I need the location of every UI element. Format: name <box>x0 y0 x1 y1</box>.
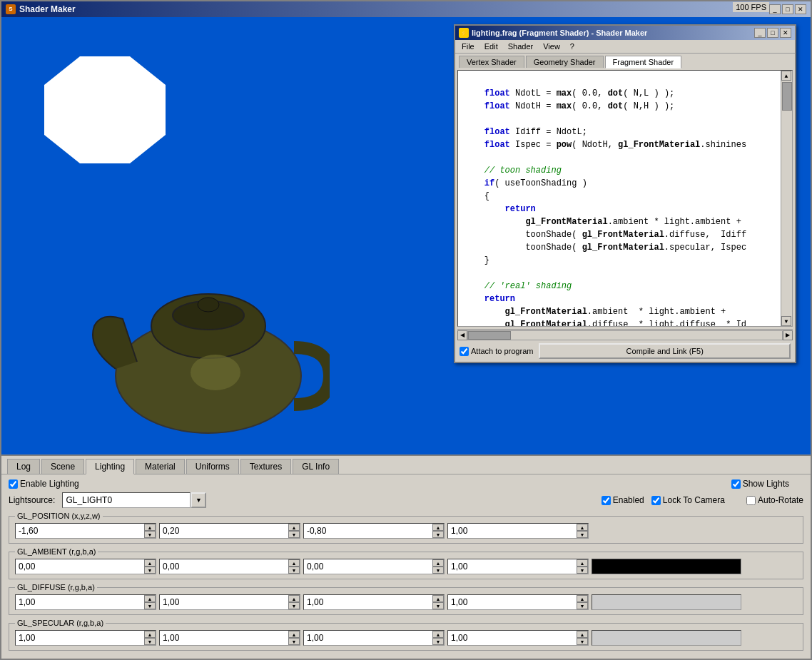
tab-scene[interactable]: Scene <box>41 459 84 474</box>
specular-g-up[interactable]: ▲ <box>288 631 300 638</box>
menu-help[interactable]: ? <box>568 41 577 51</box>
position-x-up[interactable]: ▲ <box>144 524 156 531</box>
enable-lighting-checkbox[interactable] <box>9 479 18 489</box>
ambient-r-up[interactable]: ▲ <box>144 559 156 567</box>
auto-rotate-checkbox[interactable] <box>746 496 756 505</box>
specular-r-input[interactable] <box>16 631 144 645</box>
ambient-b-input[interactable] <box>304 559 432 574</box>
ambient-a-input[interactable] <box>448 559 577 574</box>
diffuse-r-spinner[interactable]: ▲ ▼ <box>15 594 156 610</box>
diffuse-g-up[interactable]: ▲ <box>288 595 300 602</box>
position-w-spinner[interactable]: ▲ ▼ <box>447 523 589 539</box>
diffuse-b-down[interactable]: ▼ <box>432 602 444 609</box>
position-x-spinner[interactable]: ▲ ▼ <box>15 523 156 539</box>
specular-a-input[interactable] <box>448 631 577 645</box>
scroll-thumb[interactable] <box>782 82 792 111</box>
lightsource-input[interactable] <box>62 492 191 508</box>
diffuse-b-spinner[interactable]: ▲ ▼ <box>303 594 445 610</box>
enable-lighting-label[interactable]: Enable Lighting <box>9 479 79 489</box>
specular-color-swatch[interactable] <box>592 630 741 646</box>
diffuse-a-input[interactable] <box>448 595 577 609</box>
ambient-a-up[interactable]: ▲ <box>577 559 588 567</box>
scroll-left-btn[interactable]: ◀ <box>457 330 467 340</box>
tab-log[interactable]: Log <box>7 459 40 474</box>
specular-g-down[interactable]: ▼ <box>288 638 300 645</box>
shader-close-btn[interactable]: ✕ <box>780 28 791 38</box>
shader-maximize-btn[interactable]: □ <box>767 28 778 38</box>
specular-r-down[interactable]: ▼ <box>144 638 156 645</box>
tab-textures[interactable]: Textures <box>240 459 291 474</box>
diffuse-b-input[interactable] <box>304 595 432 609</box>
lock-to-camera-label[interactable]: Lock To Camera <box>651 495 725 505</box>
position-z-spinner[interactable]: ▲ ▼ <box>303 523 445 539</box>
lock-to-camera-checkbox[interactable] <box>651 496 661 505</box>
position-w-up[interactable]: ▲ <box>577 524 588 531</box>
horizontal-scrollbar[interactable]: ◀ ▶ <box>457 329 793 340</box>
position-y-down[interactable]: ▼ <box>288 531 300 538</box>
show-lights-label[interactable]: Show Lights <box>731 479 789 489</box>
diffuse-r-up[interactable]: ▲ <box>144 595 156 602</box>
close-button[interactable]: ✕ <box>795 4 806 14</box>
auto-rotate-label[interactable]: Auto-Rotate <box>746 495 803 505</box>
enabled-checkbox[interactable] <box>602 496 611 505</box>
diffuse-r-down[interactable]: ▼ <box>144 602 156 609</box>
ambient-b-up[interactable]: ▲ <box>432 559 444 567</box>
specular-b-spinner[interactable]: ▲ ▼ <box>303 630 445 646</box>
specular-r-up[interactable]: ▲ <box>144 631 156 638</box>
position-z-input[interactable] <box>304 524 432 538</box>
position-z-up[interactable]: ▲ <box>432 524 444 531</box>
diffuse-color-swatch[interactable] <box>592 594 741 610</box>
ambient-g-up[interactable]: ▲ <box>288 559 300 567</box>
tab-material[interactable]: Material <box>136 459 185 474</box>
ambient-g-spinner[interactable]: ▲ ▼ <box>159 559 300 574</box>
tab-gl-info[interactable]: GL Info <box>293 459 339 474</box>
scroll-up-btn[interactable]: ▲ <box>781 71 791 81</box>
minimize-button[interactable]: _ <box>769 4 781 14</box>
diffuse-a-up[interactable]: ▲ <box>577 595 588 602</box>
show-lights-checkbox[interactable] <box>731 479 741 489</box>
tab-vertex-shader[interactable]: Vertex Shader <box>459 56 524 68</box>
scroll-down-btn[interactable]: ▼ <box>781 316 791 326</box>
specular-b-up[interactable]: ▲ <box>432 631 444 638</box>
specular-g-input[interactable] <box>160 631 288 645</box>
diffuse-g-spinner[interactable]: ▲ ▼ <box>159 594 300 610</box>
position-w-down[interactable]: ▼ <box>577 531 588 538</box>
vertical-scrollbar[interactable]: ▲ ▼ <box>781 71 792 326</box>
menu-file[interactable]: File <box>460 41 477 51</box>
position-w-input[interactable] <box>448 524 577 538</box>
ambient-g-down[interactable]: ▼ <box>288 567 300 574</box>
position-y-input[interactable] <box>160 524 288 538</box>
ambient-r-input[interactable] <box>16 559 144 574</box>
diffuse-g-input[interactable] <box>160 595 288 609</box>
menu-view[interactable]: View <box>541 41 562 51</box>
specular-b-down[interactable]: ▼ <box>432 638 444 645</box>
tab-lighting[interactable]: Lighting <box>86 459 134 474</box>
ambient-r-down[interactable]: ▼ <box>144 567 156 574</box>
tab-uniforms[interactable]: Uniforms <box>186 459 239 474</box>
lightsource-combo[interactable]: ▼ <box>62 492 206 508</box>
specular-b-input[interactable] <box>304 631 432 645</box>
attach-checkbox[interactable] <box>460 347 469 356</box>
position-y-up[interactable]: ▲ <box>288 524 300 531</box>
menu-edit[interactable]: Edit <box>482 41 500 51</box>
tab-geometry-shader[interactable]: Geometry Shader <box>526 56 604 68</box>
specular-a-up[interactable]: ▲ <box>577 631 588 638</box>
ambient-b-spinner[interactable]: ▲ ▼ <box>303 559 445 574</box>
diffuse-g-down[interactable]: ▼ <box>288 602 300 609</box>
position-x-down[interactable]: ▼ <box>144 531 156 538</box>
position-z-down[interactable]: ▼ <box>432 531 444 538</box>
shader-minimize-btn[interactable]: _ <box>754 28 766 38</box>
menu-shader[interactable]: Shader <box>506 41 535 51</box>
diffuse-a-down[interactable]: ▼ <box>577 602 588 609</box>
diffuse-r-input[interactable] <box>16 595 144 609</box>
diffuse-b-up[interactable]: ▲ <box>432 595 444 602</box>
position-x-input[interactable] <box>16 524 144 538</box>
ambient-b-down[interactable]: ▼ <box>432 567 444 574</box>
scroll-right-btn[interactable]: ▶ <box>783 330 793 340</box>
hscroll-thumb[interactable] <box>468 331 511 340</box>
maximize-button[interactable]: □ <box>782 4 793 14</box>
specular-a-down[interactable]: ▼ <box>577 638 588 645</box>
enabled-label[interactable]: Enabled <box>602 495 644 505</box>
ambient-color-swatch[interactable] <box>592 559 741 574</box>
lightsource-dropdown-btn[interactable]: ▼ <box>191 492 206 508</box>
